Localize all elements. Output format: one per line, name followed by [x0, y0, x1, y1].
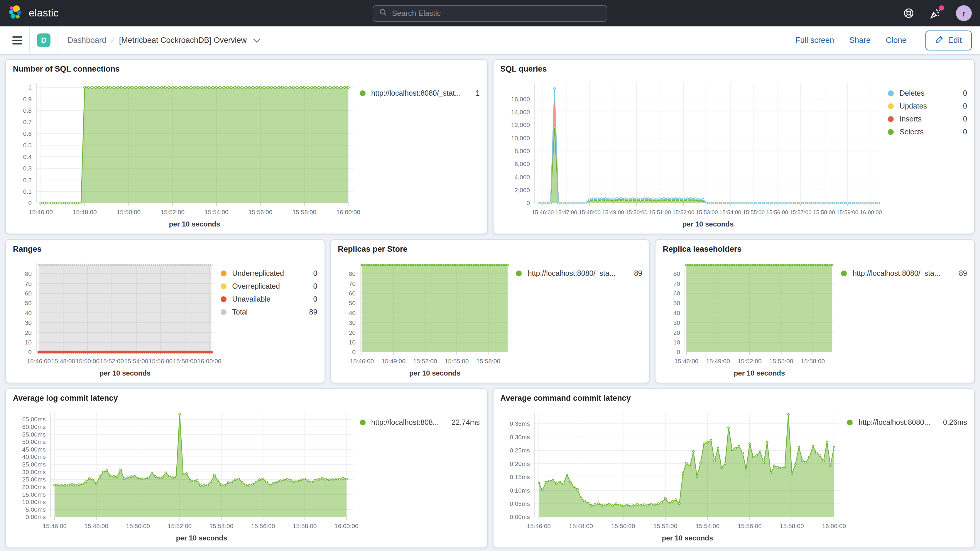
panel-log-commit-latency: Average log commit latency 15:46:0015:48… — [5, 389, 487, 548]
breadcrumb-dashboard[interactable]: Dashboard — [67, 36, 106, 45]
svg-text:5.00ms: 5.00ms — [25, 506, 46, 513]
panel-command-commit-latency: Average command commit latency 15:46:001… — [493, 389, 975, 548]
panel-title: Replicas per Store — [338, 245, 642, 258]
chevron-down-icon[interactable] — [253, 38, 261, 43]
svg-text:15:55:00: 15:55:00 — [444, 358, 469, 365]
svg-text:15:52:00: 15:52:00 — [672, 209, 694, 215]
svg-text:40: 40 — [673, 309, 680, 316]
svg-text:0.1: 0.1 — [23, 188, 32, 195]
svg-text:15:47:00: 15:47:00 — [555, 209, 577, 215]
clone-button[interactable]: Clone — [886, 36, 907, 45]
svg-text:0.00ms: 0.00ms — [25, 513, 46, 520]
chart-replica-leaseholders[interactable]: 15:46:0015:49:0015:52:0015:55:0015:58:00… — [663, 258, 841, 379]
legend-item[interactable]: Total89 — [220, 306, 317, 318]
legend-dot — [220, 271, 226, 276]
legend-replicas-per-store: http://localhost:8080/_sta...89 — [516, 258, 642, 379]
legend-item[interactable]: Inserts0 — [888, 113, 967, 126]
dashboard-grid: Number of SQL connections 15:46:0015:48:… — [0, 54, 980, 551]
legend-label: Deletes — [900, 89, 958, 97]
svg-text:15:50:00: 15:50:00 — [611, 522, 635, 529]
svg-text:10,000: 10,000 — [511, 135, 530, 142]
brand-name: elastic — [29, 7, 59, 19]
panel-title: Number of SQL connections — [13, 65, 480, 78]
legend-item[interactable]: http://localhost:8080/_stat...1 — [360, 87, 480, 100]
svg-text:15:46:00: 15:46:00 — [43, 522, 67, 529]
svg-text:12,000: 12,000 — [511, 121, 530, 128]
svg-text:16,000: 16,000 — [511, 96, 530, 102]
panel-replicas-per-store: Replicas per Store 15:46:0015:49:0015:52… — [330, 239, 650, 383]
legend-item[interactable]: Updates0 — [888, 100, 967, 113]
elastic-logo-icon — [8, 5, 24, 22]
chart-ranges[interactable]: 15:46:0015:48:0015:50:0015:52:0015:54:00… — [13, 258, 220, 379]
legend-item[interactable]: http://localhost:808...22.74ms — [360, 416, 480, 429]
legend-value: 22.74ms — [452, 418, 480, 427]
svg-text:15:54:00: 15:54:00 — [719, 209, 741, 215]
chart-sql-connections[interactable]: 15:46:0015:48:0015:50:0015:52:0015:54:00… — [13, 78, 360, 230]
help-icon[interactable] — [902, 7, 915, 20]
svg-text:15:49:00: 15:49:00 — [706, 358, 730, 365]
svg-text:60: 60 — [673, 290, 680, 297]
dashboard-app-badge[interactable]: D — [37, 33, 51, 47]
edit-button[interactable]: Edit — [925, 30, 972, 50]
chart-log-commit-latency[interactable]: 15:46:0015:48:0015:50:0015:52:0015:54:00… — [13, 407, 360, 544]
full-screen-button[interactable]: Full screen — [795, 36, 834, 45]
legend-item[interactable]: http://localhost:8080...0.26ms — [847, 416, 967, 429]
chart-replicas-per-store[interactable]: 15:46:0015:49:0015:52:0015:55:0015:58:00… — [338, 258, 516, 379]
svg-text:15:54:00: 15:54:00 — [210, 522, 234, 529]
panel-ranges: Ranges 15:46:0015:48:0015:50:0015:52:001… — [5, 239, 325, 383]
svg-text:0.3: 0.3 — [23, 165, 32, 172]
legend-ranges: Underreplicated0Overreplicated0Unavailab… — [220, 258, 317, 379]
svg-text:15:50:00: 15:50:00 — [126, 522, 150, 529]
panel-title: Replica leaseholders — [663, 245, 967, 258]
svg-text:15:58:00: 15:58:00 — [293, 522, 317, 529]
legend-value: 0 — [963, 115, 967, 123]
svg-text:15:50:00: 15:50:00 — [625, 209, 647, 215]
svg-text:0: 0 — [28, 199, 32, 206]
svg-text:0.9: 0.9 — [23, 96, 32, 102]
svg-text:10: 10 — [25, 339, 32, 346]
svg-text:0.30ms: 0.30ms — [509, 434, 530, 440]
svg-text:0.10ms: 0.10ms — [509, 487, 530, 494]
legend-item[interactable]: http://localhost:8080/_sta...89 — [516, 267, 642, 280]
svg-text:60: 60 — [25, 290, 32, 297]
whats-new-icon[interactable] — [929, 7, 942, 20]
legend-item[interactable]: Deletes0 — [888, 87, 967, 100]
legend-item[interactable]: Overreplicated0 — [220, 280, 317, 293]
svg-text:0: 0 — [28, 349, 32, 355]
svg-text:15:50:00: 15:50:00 — [117, 209, 141, 215]
svg-text:15:51:00: 15:51:00 — [649, 209, 671, 215]
global-search[interactable] — [372, 5, 608, 21]
search-input[interactable] — [392, 9, 601, 18]
svg-text:15:58:00: 15:58:00 — [476, 358, 500, 365]
divider — [29, 26, 30, 54]
svg-text:15:52:00: 15:52:00 — [653, 522, 677, 529]
legend-dot — [220, 283, 226, 289]
legend-value: 89 — [634, 269, 642, 277]
panel-replica-leaseholders: Replica leaseholders 15:46:0015:49:0015:… — [655, 239, 975, 383]
svg-text:15:58:00: 15:58:00 — [173, 358, 197, 365]
legend-item[interactable]: Unavailable0 — [220, 293, 317, 306]
hamburger-menu-icon[interactable] — [8, 32, 26, 49]
svg-text:35.00ms: 35.00ms — [22, 461, 46, 468]
chart-sql-queries[interactable]: 15:46:0015:47:0015:48:0015:49:0015:50:00… — [500, 78, 888, 230]
svg-text:65.00ms: 65.00ms — [22, 416, 46, 422]
svg-text:30: 30 — [348, 319, 355, 326]
notification-badge — [939, 5, 944, 10]
svg-text:8,000: 8,000 — [514, 148, 530, 154]
chart-command-commit-latency[interactable]: 15:46:0015:48:0015:50:0015:52:0015:54:00… — [500, 407, 847, 544]
elastic-logo-brand[interactable]: elastic — [8, 5, 126, 22]
svg-text:0: 0 — [677, 349, 681, 355]
share-button[interactable]: Share — [850, 36, 870, 45]
svg-text:0: 0 — [352, 349, 356, 355]
svg-text:15:58:00: 15:58:00 — [813, 209, 835, 215]
legend-dot — [841, 271, 847, 276]
panel-title: Average command commit latency — [500, 394, 967, 407]
legend-label: http://localhost:808... — [371, 418, 447, 427]
user-avatar[interactable]: r — [956, 5, 972, 21]
legend-item[interactable]: Underreplicated0 — [220, 267, 317, 280]
legend-item[interactable]: http://localhost:8080/_sta...89 — [841, 267, 967, 280]
legend-dot — [888, 129, 894, 135]
svg-text:0.20ms: 0.20ms — [509, 460, 530, 467]
legend-item[interactable]: Selects0 — [888, 126, 967, 139]
svg-text:4,000: 4,000 — [514, 174, 530, 180]
